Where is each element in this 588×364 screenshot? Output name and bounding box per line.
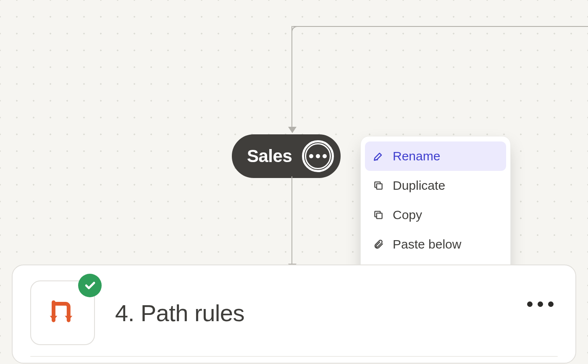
menu-item-paste-below[interactable]: Paste below	[365, 230, 506, 259]
arrow-down-icon	[288, 127, 297, 133]
paperclip-icon	[373, 238, 384, 250]
step-card[interactable]: 4. Path rules	[12, 264, 576, 364]
connector-line	[291, 176, 292, 264]
menu-item-label: Duplicate	[393, 178, 445, 193]
path-rules-icon	[45, 295, 81, 331]
menu-item-label: Copy	[393, 208, 422, 222]
step-title: 4. Path rules	[115, 299, 244, 327]
status-badge	[78, 274, 102, 297]
connector-corner	[291, 26, 300, 34]
menu-item-label: Rename	[393, 149, 440, 163]
svg-rect-0	[377, 184, 382, 189]
path-branch-label: Sales	[247, 146, 292, 166]
duplicate-icon	[373, 180, 384, 191]
path-branch-pill[interactable]: Sales	[232, 134, 341, 178]
menu-item-duplicate[interactable]: Duplicate	[365, 171, 506, 200]
menu-item-rename[interactable]: Rename	[365, 141, 506, 171]
connector-line	[291, 26, 292, 127]
step-more-button[interactable]	[527, 301, 554, 307]
connector-line	[292, 26, 588, 27]
check-icon	[84, 279, 96, 292]
divider	[30, 356, 558, 357]
more-icon	[305, 143, 331, 169]
copy-icon	[373, 209, 384, 221]
menu-item-label: Paste below	[393, 237, 461, 251]
path-branch-more-button[interactable]	[302, 140, 334, 172]
menu-item-copy[interactable]: Copy	[365, 200, 506, 230]
svg-rect-1	[377, 213, 382, 219]
step-icon-container	[30, 280, 95, 345]
rename-icon	[373, 150, 384, 162]
